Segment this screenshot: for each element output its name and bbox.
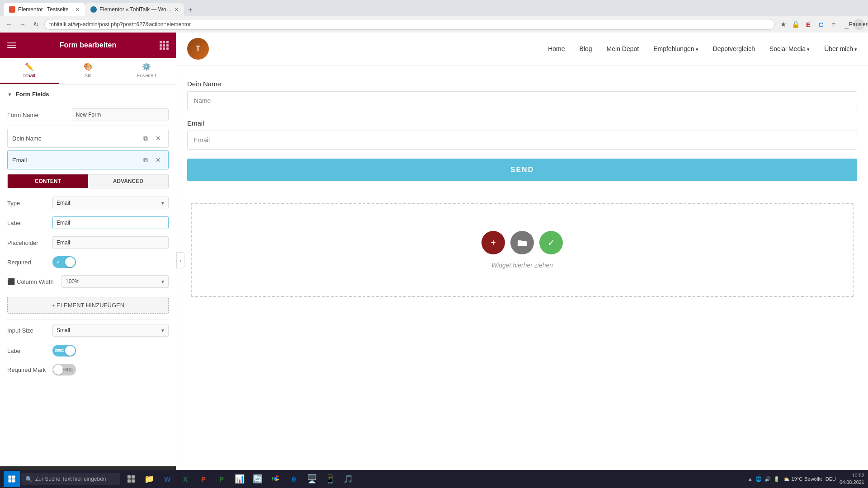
- gear-icon: ⚙️: [142, 62, 151, 71]
- field-email-label: Email: [12, 157, 140, 164]
- nav-empfehlungen[interactable]: Empfehlungen: [653, 45, 698, 52]
- placeholder-label: Placeholder: [7, 239, 52, 246]
- spotify-icon[interactable]: 🎵: [340, 471, 356, 487]
- required-mark-toggle[interactable]: HIDE: [52, 364, 76, 375]
- app-icon-6[interactable]: 🔄: [250, 471, 266, 487]
- app-icon-5[interactable]: 📊: [231, 471, 248, 487]
- tab-close-2[interactable]: ✕: [175, 7, 179, 13]
- name-input-preview[interactable]: [187, 91, 857, 110]
- column-width-select[interactable]: 100% 75% 66% 50% 33% 25%: [61, 275, 169, 288]
- systray: ▲ 🌐 🔊 🔋: [748, 476, 780, 482]
- nav-blog[interactable]: Blog: [580, 45, 592, 52]
- bookmark-icon[interactable]: ★: [778, 19, 788, 30]
- weather-info: ⛅ 19°C Bewölkt: [783, 476, 822, 482]
- sidebar-collapse-button[interactable]: ‹: [176, 252, 184, 268]
- start-button[interactable]: [4, 471, 20, 487]
- sidebar-grid-icon[interactable]: [160, 41, 169, 50]
- url-bar[interactable]: tobitalk.at/wp-admin/post.php?post=627&a…: [44, 19, 775, 30]
- add-element-button[interactable]: + ELEMENT HINZUFÜGEN: [7, 297, 169, 314]
- sidebar-menu-icon[interactable]: [7, 42, 16, 48]
- extension-icon-4[interactable]: ≡: [828, 19, 839, 30]
- tab-erweitert[interactable]: ⚙️ Erweitert: [117, 58, 176, 84]
- widget-check-button[interactable]: ✓: [539, 231, 563, 254]
- svg-rect-1: [9, 476, 12, 479]
- widget-drop-area[interactable]: + ✓ Widget hierher ziehen: [191, 203, 854, 297]
- type-select[interactable]: Email Text Textarea: [52, 197, 169, 209]
- word-icon[interactable]: W: [159, 471, 175, 487]
- form-area: Dein Name Email SEND: [176, 66, 868, 196]
- project-icon[interactable]: P: [213, 471, 230, 487]
- svg-rect-2: [12, 476, 15, 479]
- column-width-label: ⬛ Column Width: [7, 278, 61, 285]
- taskbar-search[interactable]: 🔍 Zur Suche Text hier eingeben: [21, 473, 120, 485]
- send-button[interactable]: SEND: [187, 159, 857, 181]
- column-width-icon: ⬛: [7, 278, 15, 285]
- browser-toolbar: ← → ↻ tobitalk.at/wp-admin/post.php?post…: [0, 16, 868, 33]
- label-input[interactable]: [52, 216, 169, 229]
- powerpoint-icon[interactable]: P: [195, 471, 212, 487]
- nav-depotvergleich[interactable]: Depotvergleich: [713, 45, 755, 52]
- field-email-copy[interactable]: ⧉: [140, 155, 151, 165]
- form-field-dein-name[interactable]: Dein Name ⧉ ✕: [7, 129, 169, 148]
- tab-elementor-tobitalk[interactable]: Elementor « TobiTalk — WordPr... ✕: [85, 3, 184, 16]
- field-email-delete[interactable]: ✕: [153, 155, 164, 165]
- tab-inhalt[interactable]: ✏️ Inhalt: [0, 58, 59, 84]
- tab-advanced[interactable]: ADVANCED: [88, 174, 169, 188]
- field-dein-name-delete[interactable]: ✕: [153, 133, 164, 144]
- tab-stil[interactable]: 🎨 Stil: [59, 58, 118, 84]
- form-fields-section-header[interactable]: ▼ Form Fields: [0, 84, 176, 104]
- taskview-icon[interactable]: [123, 471, 139, 487]
- field-dein-name-label: Dein Name: [12, 135, 140, 142]
- volume-icon[interactable]: 🔊: [764, 476, 771, 482]
- form-group-name: Dein Name: [187, 80, 857, 110]
- extension-icon-3[interactable]: C: [816, 19, 826, 30]
- new-tab-button[interactable]: +: [184, 4, 197, 16]
- user-account[interactable]: Pausiert: [854, 19, 864, 30]
- chrome-icon[interactable]: [268, 471, 284, 487]
- form-name-label: Form Name: [7, 112, 72, 118]
- app-icon-10[interactable]: 📱: [322, 471, 338, 487]
- column-width-select-wrapper: 100% 75% 66% 50% 33% 25%: [61, 275, 169, 288]
- nav-social-media[interactable]: Social Media: [769, 45, 810, 52]
- nav-mein-depot[interactable]: Mein Depot: [607, 45, 639, 52]
- required-mark-label: Required Mark: [7, 366, 52, 373]
- add-widget-button[interactable]: +: [481, 231, 505, 254]
- extension-icon-1[interactable]: 🔒: [790, 19, 801, 30]
- file-explorer-icon[interactable]: 📁: [141, 471, 157, 487]
- edge-icon[interactable]: e: [286, 471, 302, 487]
- systray-up-arrow[interactable]: ▲: [748, 476, 753, 482]
- toggle-label-on-text: ZEIG: [55, 348, 64, 353]
- nav-ueber-mich[interactable]: Über mich: [824, 45, 857, 52]
- site-logo: T: [187, 38, 209, 60]
- input-size-row: Input Size Small Medium Large: [0, 319, 176, 341]
- pencil-icon: ✏️: [25, 62, 34, 71]
- reload-button[interactable]: ↻: [31, 19, 42, 30]
- browser-chrome: Elementor | Testseite ✕ Elementor « Tobi…: [0, 0, 868, 33]
- label-toggle-row: Label ZEIG: [0, 341, 176, 360]
- placeholder-input-wrapper: [52, 236, 169, 249]
- required-toggle[interactable]: ✓: [52, 256, 76, 268]
- tab-elementor-testseite[interactable]: Elementor | Testseite ✕: [4, 3, 85, 16]
- input-size-select[interactable]: Small Medium Large: [52, 324, 169, 337]
- form-name-input[interactable]: [72, 108, 169, 121]
- field-dein-name-copy[interactable]: ⧉: [140, 133, 151, 144]
- extension-icon-2[interactable]: E: [803, 19, 814, 30]
- placeholder-input[interactable]: [52, 236, 169, 249]
- email-input-preview[interactable]: [187, 131, 857, 150]
- nav-home[interactable]: Home: [548, 45, 565, 52]
- toggle-knob-required-mark: [53, 365, 63, 375]
- label-toggle[interactable]: ZEIG: [52, 345, 76, 357]
- type-row: Type Email Text Textarea: [0, 193, 176, 213]
- clock: 10:52 04.08.2021: [840, 472, 864, 486]
- widget-folder-button[interactable]: [510, 231, 534, 254]
- forward-button[interactable]: →: [17, 19, 28, 30]
- form-field-email[interactable]: Email ⧉ ✕: [7, 150, 169, 169]
- svg-rect-4: [12, 479, 15, 483]
- back-button[interactable]: ←: [4, 19, 14, 30]
- excel-icon[interactable]: X: [177, 471, 193, 487]
- tab-content[interactable]: CONTENT: [8, 174, 88, 188]
- app-icon-9[interactable]: 🖥️: [304, 471, 320, 487]
- tab-close-1[interactable]: ✕: [75, 7, 80, 13]
- sidebar-header: Form bearbeiten: [0, 33, 176, 58]
- preview-wrapper: ‹ T Home Blog Mein Depot Empfehlungen De…: [176, 33, 868, 488]
